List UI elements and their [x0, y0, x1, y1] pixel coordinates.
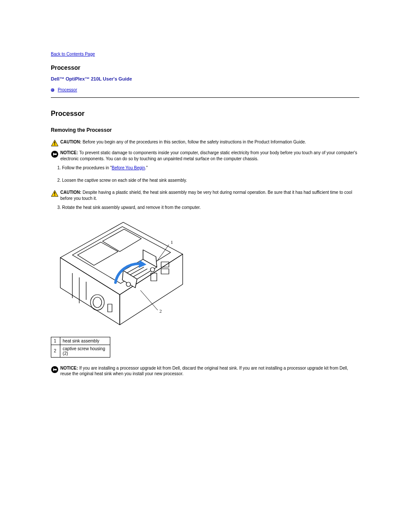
guide-title: Dell™ OptiPlex™ 210L User's Guide [51, 76, 359, 81]
table-row: 2 captive screw housing (2) [51, 345, 110, 357]
svg-line-33 [158, 245, 169, 260]
svg-rect-2 [54, 144, 55, 145]
svg-point-21 [126, 282, 131, 286]
caution-block-2: CAUTION: Despite having a plastic shield… [51, 190, 359, 201]
figure-label-table: 1 heat sink assembly 2 captive screw hou… [51, 337, 110, 358]
processor-heading: Processor [51, 110, 359, 118]
notice-block-1: NOTICE: To prevent static damage to comp… [51, 150, 359, 162]
svg-point-22 [150, 268, 155, 272]
step-3: Rotate the heat sink assembly upward, an… [62, 205, 359, 211]
svg-rect-7 [54, 192, 55, 194]
toc-link-processor[interactable]: Processor [58, 87, 77, 92]
svg-rect-24 [161, 269, 169, 274]
svg-text:2: 2 [159, 308, 162, 314]
step-1-text-b: ." [145, 165, 148, 170]
step-1: Follow the procedures in "Before You Beg… [62, 165, 359, 171]
page-section-title: Processor [51, 64, 359, 71]
svg-marker-10 [60, 258, 120, 325]
svg-rect-31 [108, 304, 112, 312]
caution-icon [51, 140, 59, 146]
label-1-text: heat sink assembly [60, 337, 110, 345]
notice-2-body: If you are installing a processor upgrad… [60, 366, 348, 376]
caution-2-label: CAUTION: [60, 190, 83, 195]
notice-icon [51, 366, 59, 373]
notice-1-text: NOTICE: To prevent static damage to comp… [60, 150, 359, 162]
notice-2-text: NOTICE: If you are installing a processo… [60, 365, 359, 377]
step-1-link[interactable]: Before You Begin [112, 165, 145, 170]
svg-rect-1 [54, 141, 55, 143]
svg-point-27 [93, 297, 102, 308]
label-2-num: 2 [51, 345, 60, 357]
svg-marker-14 [103, 229, 141, 252]
caution-block-1: CAUTION: Before you begin any of the pro… [51, 139, 359, 146]
steps-list-1: Follow the procedures in "Before You Beg… [62, 165, 359, 184]
svg-line-35 [140, 290, 158, 310]
caution-1-text: CAUTION: Before you begin any of the pro… [60, 139, 359, 146]
notice-block-2: NOTICE: If you are installing a processo… [51, 365, 359, 377]
notice-1-label: NOTICE: [60, 150, 79, 155]
caution-icon [51, 190, 59, 197]
caution-2-body: Despite having a plastic shield, the hea… [60, 190, 352, 201]
notice-icon [51, 150, 59, 158]
step-2: Loosen the captive screw on each side of… [62, 177, 359, 184]
svg-rect-39 [55, 369, 57, 370]
bullet-icon [51, 88, 54, 92]
back-to-contents-link[interactable]: Back to Contents Page [51, 52, 95, 56]
divider [51, 97, 359, 98]
caution-1-label: CAUTION: [60, 140, 83, 144]
heatsink-diagram: 1 2 [51, 219, 189, 331]
removing-processor-heading: Removing the Processor [51, 127, 359, 133]
figure-heatsink: 1 2 [51, 219, 359, 331]
svg-marker-12 [72, 227, 171, 283]
caution-1-body: Before you begin any of the procedures i… [83, 140, 306, 144]
table-row: 1 heat sink assembly [51, 337, 110, 345]
notice-1-body: To prevent static damage to components i… [60, 150, 357, 161]
notice-2-label: NOTICE: [60, 366, 79, 370]
svg-text:1: 1 [171, 240, 173, 245]
step-1-text-a: Follow the procedures in " [62, 165, 112, 170]
svg-rect-8 [54, 195, 55, 196]
toc-row: Processor [51, 87, 359, 92]
steps-list-2: Rotate the heat sink assembly upward, an… [62, 205, 359, 211]
svg-rect-23 [161, 262, 169, 267]
label-1-num: 1 [51, 337, 60, 345]
svg-rect-5 [55, 153, 57, 155]
caution-2-text: CAUTION: Despite having a plastic shield… [60, 190, 359, 201]
label-2-text: captive screw housing (2) [60, 345, 110, 357]
